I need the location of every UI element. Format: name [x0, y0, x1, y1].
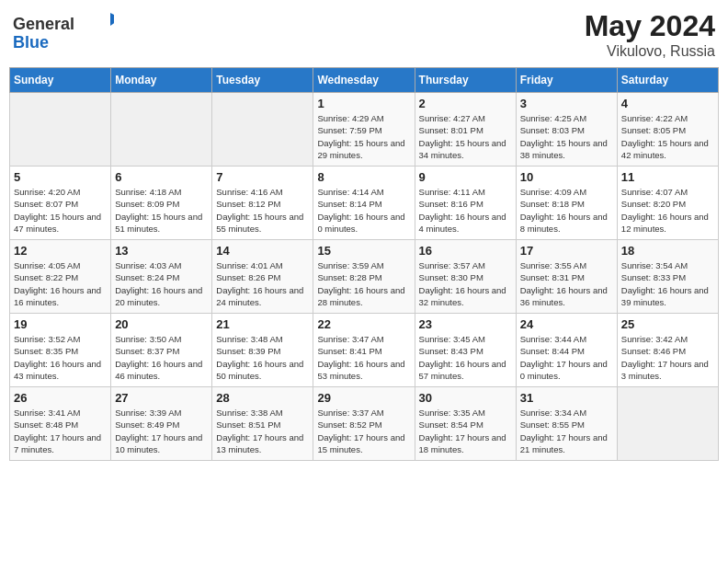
day-number: 14: [216, 244, 309, 258]
calendar-cell-w5-d0: 26Sunrise: 3:41 AMSunset: 8:48 PMDayligh…: [10, 387, 111, 461]
day-number: 2: [419, 97, 512, 110]
day-info: Sunrise: 4:07 AMSunset: 8:20 PMDaylight:…: [621, 186, 714, 235]
day-number: 27: [115, 391, 208, 405]
week-row-3: 12Sunrise: 4:05 AMSunset: 8:22 PMDayligh…: [10, 240, 719, 314]
page-header: General Blue May 2024 Vikulovo, Russia: [9, 9, 719, 60]
day-info: Sunrise: 3:57 AMSunset: 8:30 PMDaylight:…: [419, 259, 512, 308]
day-number: 24: [520, 317, 613, 331]
calendar-cell-w1-d2: [212, 93, 313, 167]
logo: General Blue: [13, 9, 114, 55]
day-info: Sunrise: 4:14 AMSunset: 8:14 PMDaylight:…: [317, 186, 410, 235]
day-number: 16: [419, 244, 512, 258]
calendar-cell-w1-d1: [111, 93, 212, 167]
day-number: 9: [419, 170, 512, 184]
day-info: Sunrise: 3:59 AMSunset: 8:28 PMDaylight:…: [317, 259, 410, 308]
day-info: Sunrise: 3:55 AMSunset: 8:31 PMDaylight:…: [520, 259, 613, 308]
day-number: 30: [419, 391, 512, 405]
day-info: Sunrise: 4:16 AMSunset: 8:12 PMDaylight:…: [216, 186, 309, 235]
day-info: Sunrise: 3:38 AMSunset: 8:51 PMDaylight:…: [216, 407, 309, 455]
calendar-cell-w3-d3: 15Sunrise: 3:59 AMSunset: 8:28 PMDayligh…: [313, 240, 415, 314]
calendar-cell-w3-d0: 12Sunrise: 4:05 AMSunset: 8:22 PMDayligh…: [10, 240, 111, 314]
day-info: Sunrise: 3:41 AMSunset: 8:48 PMDaylight:…: [14, 407, 107, 455]
day-info: Sunrise: 3:35 AMSunset: 8:54 PMDaylight:…: [419, 407, 512, 455]
calendar-cell-w3-d4: 16Sunrise: 3:57 AMSunset: 8:30 PMDayligh…: [415, 240, 516, 314]
day-info: Sunrise: 3:37 AMSunset: 8:52 PMDaylight:…: [317, 407, 410, 455]
location-subtitle: Vikulovo, Russia: [585, 43, 715, 60]
day-number: 23: [419, 317, 512, 331]
svg-text:Blue: Blue: [13, 33, 49, 52]
week-row-5: 26Sunrise: 3:41 AMSunset: 8:48 PMDayligh…: [10, 387, 719, 461]
day-info: Sunrise: 4:09 AMSunset: 8:18 PMDaylight:…: [520, 186, 613, 235]
calendar-cell-w2-d1: 6Sunrise: 4:18 AMSunset: 8:09 PMDaylight…: [111, 167, 212, 240]
day-info: Sunrise: 3:54 AMSunset: 8:33 PMDaylight:…: [621, 259, 714, 308]
day-info: Sunrise: 4:25 AMSunset: 8:03 PMDaylight:…: [520, 112, 613, 161]
day-number: 12: [14, 244, 107, 258]
calendar-cell-w3-d2: 14Sunrise: 4:01 AMSunset: 8:26 PMDayligh…: [212, 240, 313, 314]
day-number: 29: [317, 391, 410, 405]
calendar-cell-w1-d0: [10, 93, 111, 167]
day-number: 15: [317, 244, 410, 258]
day-info: Sunrise: 3:48 AMSunset: 8:39 PMDaylight:…: [216, 333, 309, 382]
day-info: Sunrise: 4:20 AMSunset: 8:07 PMDaylight:…: [14, 186, 107, 235]
day-info: Sunrise: 3:34 AMSunset: 8:55 PMDaylight:…: [520, 407, 613, 455]
calendar-cell-w4-d0: 19Sunrise: 3:52 AMSunset: 8:35 PMDayligh…: [10, 314, 111, 387]
day-number: 31: [520, 391, 613, 405]
weekday-header-saturday: Saturday: [617, 68, 718, 93]
calendar-cell-w1-d5: 3Sunrise: 4:25 AMSunset: 8:03 PMDaylight…: [516, 93, 617, 167]
calendar-table: SundayMondayTuesdayWednesdayThursdayFrid…: [9, 67, 719, 461]
day-number: 13: [115, 244, 208, 258]
day-info: Sunrise: 3:44 AMSunset: 8:44 PMDaylight:…: [520, 333, 613, 382]
weekday-header-tuesday: Tuesday: [212, 68, 313, 93]
calendar-cell-w5-d3: 29Sunrise: 3:37 AMSunset: 8:52 PMDayligh…: [313, 387, 415, 461]
weekday-header-row: SundayMondayTuesdayWednesdayThursdayFrid…: [10, 68, 719, 93]
calendar-cell-w2-d0: 5Sunrise: 4:20 AMSunset: 8:07 PMDaylight…: [10, 167, 111, 240]
calendar-cell-w1-d6: 4Sunrise: 4:22 AMSunset: 8:05 PMDaylight…: [617, 93, 718, 167]
day-number: 18: [621, 244, 714, 258]
calendar-cell-w2-d5: 10Sunrise: 4:09 AMSunset: 8:18 PMDayligh…: [516, 167, 617, 240]
calendar-cell-w1-d4: 2Sunrise: 4:27 AMSunset: 8:01 PMDaylight…: [415, 93, 516, 167]
day-info: Sunrise: 4:01 AMSunset: 8:26 PMDaylight:…: [216, 259, 309, 308]
weekday-header-monday: Monday: [111, 68, 212, 93]
day-number: 28: [216, 391, 309, 405]
calendar-cell-w5-d2: 28Sunrise: 3:38 AMSunset: 8:51 PMDayligh…: [212, 387, 313, 461]
calendar-cell-w5-d1: 27Sunrise: 3:39 AMSunset: 8:49 PMDayligh…: [111, 387, 212, 461]
calendar-cell-w5-d6: [617, 387, 718, 461]
day-number: 7: [216, 170, 309, 184]
day-info: Sunrise: 3:39 AMSunset: 8:49 PMDaylight:…: [115, 407, 208, 455]
day-number: 22: [317, 317, 410, 331]
day-number: 21: [216, 317, 309, 331]
calendar-cell-w4-d1: 20Sunrise: 3:50 AMSunset: 8:37 PMDayligh…: [111, 314, 212, 387]
day-info: Sunrise: 3:52 AMSunset: 8:35 PMDaylight:…: [14, 333, 107, 382]
day-number: 4: [621, 97, 714, 110]
day-info: Sunrise: 4:29 AMSunset: 7:59 PMDaylight:…: [317, 112, 410, 161]
day-number: 10: [520, 170, 613, 184]
day-number: 1: [317, 97, 410, 110]
weekday-header-thursday: Thursday: [415, 68, 516, 93]
day-info: Sunrise: 4:11 AMSunset: 8:16 PMDaylight:…: [419, 186, 512, 235]
calendar-cell-w2-d4: 9Sunrise: 4:11 AMSunset: 8:16 PMDaylight…: [415, 167, 516, 240]
day-number: 8: [317, 170, 410, 184]
calendar-cell-w4-d6: 25Sunrise: 3:42 AMSunset: 8:46 PMDayligh…: [617, 314, 718, 387]
month-year-title: May 2024: [585, 9, 715, 43]
weekday-header-wednesday: Wednesday: [313, 68, 415, 93]
title-block: May 2024 Vikulovo, Russia: [585, 9, 715, 60]
day-info: Sunrise: 4:27 AMSunset: 8:01 PMDaylight:…: [419, 112, 512, 161]
calendar-cell-w3-d1: 13Sunrise: 4:03 AMSunset: 8:24 PMDayligh…: [111, 240, 212, 314]
calendar-cell-w2-d6: 11Sunrise: 4:07 AMSunset: 8:20 PMDayligh…: [617, 167, 718, 240]
day-number: 17: [520, 244, 613, 258]
day-number: 5: [14, 170, 107, 184]
day-info: Sunrise: 4:03 AMSunset: 8:24 PMDaylight:…: [115, 259, 208, 308]
calendar-cell-w2-d3: 8Sunrise: 4:14 AMSunset: 8:14 PMDaylight…: [313, 167, 415, 240]
calendar-cell-w4-d3: 22Sunrise: 3:47 AMSunset: 8:41 PMDayligh…: [313, 314, 415, 387]
day-info: Sunrise: 3:50 AMSunset: 8:37 PMDaylight:…: [115, 333, 208, 382]
day-info: Sunrise: 4:22 AMSunset: 8:05 PMDaylight:…: [621, 112, 714, 161]
week-row-1: 1Sunrise: 4:29 AMSunset: 7:59 PMDaylight…: [10, 93, 719, 167]
day-number: 19: [14, 317, 107, 331]
day-number: 20: [115, 317, 208, 331]
day-info: Sunrise: 4:05 AMSunset: 8:22 PMDaylight:…: [14, 259, 107, 308]
day-info: Sunrise: 3:47 AMSunset: 8:41 PMDaylight:…: [317, 333, 410, 382]
calendar-cell-w4-d4: 23Sunrise: 3:45 AMSunset: 8:43 PMDayligh…: [415, 314, 516, 387]
day-info: Sunrise: 3:42 AMSunset: 8:46 PMDaylight:…: [621, 333, 714, 382]
svg-text:General: General: [13, 15, 74, 33]
calendar-cell-w1-d3: 1Sunrise: 4:29 AMSunset: 7:59 PMDaylight…: [313, 93, 415, 167]
